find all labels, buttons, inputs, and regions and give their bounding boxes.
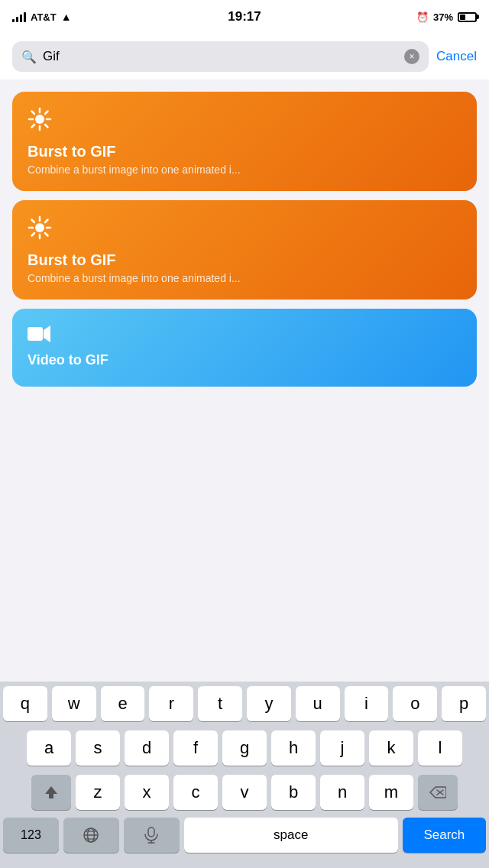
key-u[interactable]: u: [296, 686, 340, 721]
key-y[interactable]: y: [247, 686, 291, 721]
carrier-label: AT&T: [31, 11, 57, 23]
key-z[interactable]: z: [76, 775, 120, 810]
alarm-icon: ⏰: [416, 11, 429, 23]
key-o[interactable]: o: [393, 686, 437, 721]
burst-gif-1-icon: [28, 107, 461, 137]
svg-line-7: [45, 112, 48, 115]
search-input[interactable]: [43, 49, 398, 64]
svg-line-14: [32, 220, 35, 223]
keyboard-row-3: z x c v b n m: [0, 770, 489, 815]
battery-percent: 37%: [433, 11, 453, 23]
key-p[interactable]: p: [442, 686, 486, 721]
shortcut-card-burst-gif-1[interactable]: Burst to GIF Combine a burst image into …: [12, 92, 477, 191]
svg-line-5: [32, 112, 35, 115]
svg-marker-20: [45, 786, 57, 798]
burst-gif-2-subtitle: Combine a burst image into one animated …: [28, 272, 461, 284]
key-search[interactable]: Search: [403, 818, 486, 853]
burst-gif-1-subtitle: Combine a burst image into one animated …: [28, 164, 461, 176]
search-icon: 🔍: [21, 50, 37, 64]
key-l[interactable]: l: [418, 730, 462, 766]
key-c[interactable]: c: [173, 775, 218, 810]
results-area: Burst to GIF Combine a burst image into …: [0, 79, 489, 387]
key-n[interactable]: n: [320, 775, 364, 810]
burst-gif-2-icon: [28, 215, 461, 245]
cancel-button[interactable]: Cancel: [436, 49, 477, 64]
key-a[interactable]: a: [27, 730, 71, 766]
keyboard-row-1: q w e r t y u i o p: [0, 682, 489, 726]
key-g[interactable]: g: [222, 730, 267, 766]
key-b[interactable]: b: [271, 775, 316, 810]
key-v[interactable]: v: [222, 775, 267, 810]
status-time: 19:17: [228, 9, 261, 24]
video-gif-title: Video to GIF: [28, 352, 461, 368]
key-globe[interactable]: [63, 818, 119, 853]
svg-point-9: [35, 223, 44, 232]
keyboard-bottom-row: 123 space Search: [0, 815, 489, 868]
svg-line-8: [32, 125, 35, 128]
svg-line-16: [45, 220, 48, 223]
status-right: ⏰ 37%: [416, 11, 477, 23]
svg-point-0: [35, 115, 44, 124]
key-j[interactable]: j: [320, 730, 364, 766]
status-left: AT&T ▲: [12, 11, 72, 23]
key-numbers[interactable]: 123: [3, 818, 59, 853]
key-x[interactable]: x: [125, 775, 169, 810]
svg-line-17: [32, 233, 35, 236]
key-h[interactable]: h: [271, 730, 316, 766]
clear-button[interactable]: ×: [404, 49, 419, 64]
burst-gif-1-title: Burst to GIF: [28, 143, 461, 160]
svg-line-6: [45, 125, 48, 128]
key-shift[interactable]: [31, 775, 71, 810]
key-f[interactable]: f: [173, 730, 218, 766]
wifi-icon: ▲: [61, 11, 72, 23]
key-s[interactable]: s: [76, 730, 120, 766]
svg-marker-19: [44, 326, 50, 342]
key-k[interactable]: k: [369, 730, 413, 766]
video-gif-icon: [28, 324, 461, 348]
search-input-wrapper[interactable]: 🔍 ×: [12, 41, 429, 72]
burst-gif-2-title: Burst to GIF: [28, 251, 461, 269]
key-w[interactable]: w: [52, 686, 96, 721]
key-i[interactable]: i: [345, 686, 389, 721]
keyboard: q w e r t y u i o p a s d f g h j k l z …: [0, 682, 489, 868]
signal-bars-icon: [12, 11, 26, 22]
keyboard-row-2: a s d f g h j k l: [0, 726, 489, 770]
key-r[interactable]: r: [149, 686, 193, 721]
status-bar: AT&T ▲ 19:17 ⏰ 37%: [0, 0, 489, 34]
svg-rect-28: [148, 828, 154, 837]
key-space[interactable]: space: [184, 818, 398, 853]
key-delete[interactable]: [418, 775, 458, 810]
shortcut-card-burst-gif-2[interactable]: Burst to GIF Combine a burst image into …: [12, 200, 477, 300]
key-e[interactable]: e: [101, 686, 145, 721]
svg-line-15: [45, 233, 48, 236]
key-microphone[interactable]: [124, 818, 180, 853]
key-q[interactable]: q: [3, 686, 47, 721]
svg-rect-18: [28, 327, 43, 341]
key-t[interactable]: t: [198, 686, 242, 721]
shortcut-card-video-gif[interactable]: Video to GIF: [12, 309, 477, 387]
battery-icon: [458, 12, 477, 22]
key-m[interactable]: m: [369, 775, 413, 810]
key-d[interactable]: d: [125, 730, 169, 766]
search-bar-container: 🔍 × Cancel: [0, 34, 489, 79]
clear-icon: ×: [410, 51, 415, 62]
